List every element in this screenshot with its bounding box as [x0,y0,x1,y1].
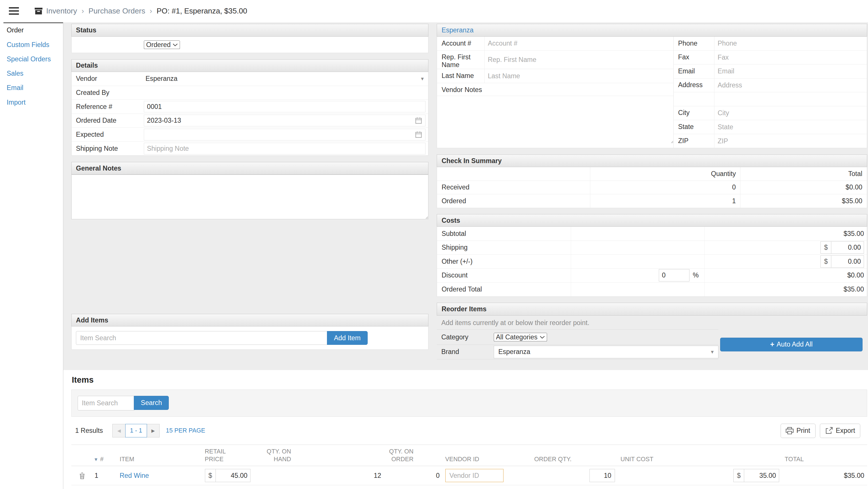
add-items-panel: Add Items Add Item [71,314,429,350]
brand-select[interactable]: Esperanza ▾ [494,346,719,359]
other-label: Other (+/-) [437,258,570,266]
auto-add-all-button[interactable]: + Auto Add All [720,338,863,352]
col-order-qty: ORDER QTY. [532,445,618,466]
discount-row: Discount % $0.00 [437,269,867,283]
add-item-button[interactable]: Add Item [327,331,368,345]
phone-row: Phone [674,37,867,51]
brand-label: Brand [437,348,493,356]
last-name-input[interactable] [485,69,674,83]
zip-input[interactable] [714,134,867,148]
status-select[interactable]: Ordered [144,40,180,49]
vendor-id-input[interactable] [445,469,504,482]
next-arrow-icon: ▶ [151,428,155,433]
item-name-link[interactable]: Red Wine [120,472,149,479]
address-input[interactable] [714,79,867,92]
items-search-input[interactable] [78,396,134,410]
fax-label: Fax [674,51,714,64]
rep-first-name-input[interactable] [485,51,674,69]
unit-cost-input[interactable] [744,469,779,482]
sidebar-item-email[interactable]: Email [3,81,63,95]
prev-page-button[interactable]: ◀ [112,424,126,437]
currency-prefix: $ [205,469,216,482]
vendor-select[interactable]: Esperanza ▾ [144,73,426,85]
current-page-button[interactable]: 1 - 1 [125,424,147,437]
phone-input[interactable] [714,37,867,51]
add-items-header: Add Items [71,314,429,327]
state-input[interactable] [714,120,867,134]
table-row: 1 Red Wine $ 12 0 [71,466,867,485]
vendor-name-link[interactable]: Esperanza [437,24,867,37]
sidebar-item-import[interactable]: Import [3,95,63,110]
per-page-link[interactable]: 15 PER PAGE [166,427,205,434]
results-count: 1 Results [75,427,103,434]
account-label: Account # [437,37,484,51]
reorder-description: Add items currently at or below their re… [437,315,867,329]
received-label: Received [437,181,590,194]
order-form-area: Status Ordered [63,22,868,370]
city-input[interactable] [714,106,867,120]
next-page-button[interactable]: ▶ [147,424,160,437]
shipping-note-input[interactable] [144,143,426,154]
table-row: Ordered 1 $35.00 [437,194,867,208]
address-line2-input[interactable] [714,92,867,106]
qty-on-hand-value: 12 [261,466,384,485]
hamburger-menu-button[interactable] [8,6,20,16]
check-in-summary-table: Quantity Total Received 0 $0.00 Ordered [437,167,867,208]
shipping-cost-input[interactable] [831,242,864,253]
sidebar-item-sales[interactable]: Sales [3,66,63,81]
account-row: Account # [437,37,673,51]
delete-item-button[interactable] [78,471,87,481]
breadcrumb-inventory[interactable]: Inventory [46,7,77,16]
sidebar-item-special-orders[interactable]: Special Orders [3,52,63,66]
line-total: $35.00 [782,466,867,485]
email-label: Email [674,64,714,78]
email-input[interactable] [714,64,867,78]
general-notes-header: General Notes [71,162,429,175]
col-item: ITEM [117,445,202,466]
address-row: Address [674,79,867,93]
zip-row: ZIP [674,134,867,148]
ordered-total-value: $35.00 [704,283,867,297]
vendor-notes-textarea[interactable] [437,96,673,143]
expected-label: Expected [72,131,144,139]
other-cost-input[interactable] [831,256,864,268]
ordered-total: $35.00 [741,194,867,208]
col-retail-price: RETAIL PRICE [202,445,261,466]
export-button[interactable]: Export [820,424,860,438]
vendor-label: Vendor [72,75,144,83]
print-button[interactable]: Print [781,424,815,438]
state-row: State [674,120,867,134]
retail-price-input[interactable] [216,469,250,482]
discount-input[interactable] [659,269,689,281]
breadcrumb-purchase-orders[interactable]: Purchase Orders [89,7,145,16]
topbar: Inventory › Purchase Orders › PO: #1, Es… [0,0,868,22]
ordered-label: Ordered [437,194,590,208]
reference-input[interactable] [144,101,426,113]
received-quantity: 0 [590,181,740,194]
items-search-button[interactable]: Search [134,396,169,410]
discount-total: $0.00 [704,269,867,282]
checkin-col-blank [437,167,590,181]
chevron-down-icon: ▾ [421,75,424,82]
reorder-items-panel: Reorder Items Add items currently at or … [437,303,867,360]
last-name-row: Last Name [437,69,673,83]
expected-date-row: Expected [72,127,428,142]
sidebar-item-order[interactable]: Order [3,22,63,37]
reorder-items-header: Reorder Items [437,303,867,315]
category-select[interactable]: All Categories [494,333,547,341]
account-input[interactable] [485,37,674,51]
address-line2-label [674,92,714,106]
sidebar-item-custom-fields[interactable]: Custom Fields [3,37,63,52]
main-content: Status Ordered [63,22,868,489]
ordered-date-row: Ordered Date [72,114,428,128]
add-item-search-input[interactable] [76,331,328,345]
fax-input[interactable] [714,51,867,64]
pagination: ◀ 1 - 1 ▶ 15 PER PAGE [112,424,205,437]
general-notes-textarea[interactable] [71,175,429,219]
expected-date-input[interactable] [144,129,426,141]
sort-caret-icon[interactable]: ▾ [95,456,97,462]
status-panel-header: Status [71,24,429,37]
order-qty-input[interactable] [589,469,615,482]
city-row: City [674,106,867,120]
ordered-date-input[interactable] [144,115,426,126]
